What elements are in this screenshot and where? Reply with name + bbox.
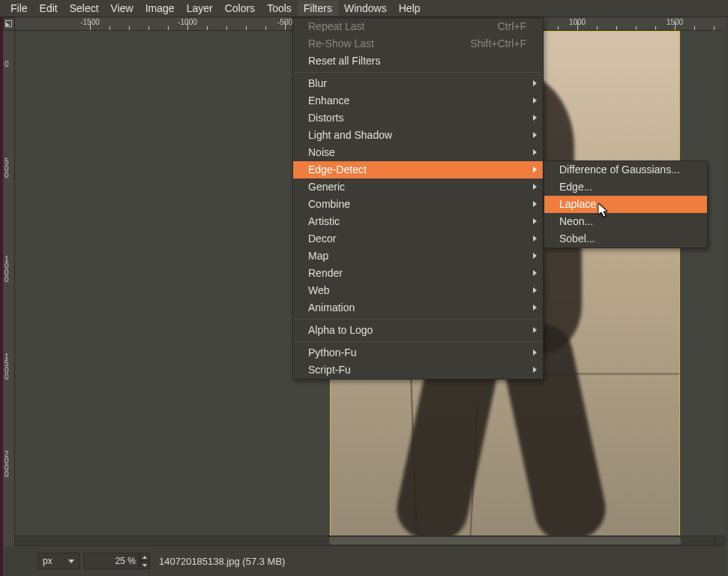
menu-item-label: Artistic <box>308 215 340 227</box>
zoom-input[interactable]: 25 % <box>84 553 139 569</box>
chevron-right-icon <box>533 80 537 86</box>
ruler-v-label: 0 <box>4 61 9 68</box>
menu-separator <box>294 319 542 320</box>
menu-item-label: Generic <box>308 181 345 193</box>
menu-item-noise[interactable]: Noise <box>293 144 543 161</box>
hscroll-right-button[interactable] <box>704 536 715 545</box>
menu-item-generic[interactable]: Generic <box>293 178 543 196</box>
menu-item-label: Light and Shadow <box>308 129 392 141</box>
menu-item-label: Reset all Filters <box>308 55 380 67</box>
chevron-right-icon <box>533 115 537 121</box>
menu-item-label: Distorts <box>308 112 343 124</box>
menu-item-repeat-last: Repeat LastCtrl+F <box>293 18 543 35</box>
menu-item-distorts[interactable]: Distorts <box>293 110 543 127</box>
canvas-nav-button[interactable] <box>715 536 725 546</box>
menu-windows[interactable]: Windows <box>338 1 393 16</box>
ruler-origin-corner[interactable] <box>3 17 15 31</box>
unit-selector[interactable]: px <box>37 553 79 569</box>
filters-menu[interactable]: Repeat LastCtrl+FRe-Show LastShift+Ctrl+… <box>292 17 544 380</box>
menu-item-combine[interactable]: Combine <box>293 196 543 213</box>
chevron-right-icon <box>533 350 537 356</box>
edge-detect-submenu[interactable]: Difference of Gaussians...Edge...Laplace… <box>544 160 708 248</box>
menu-item-sobel[interactable]: Sobel... <box>544 230 707 248</box>
menu-item-map[interactable]: Map <box>293 248 543 265</box>
menu-file[interactable]: File <box>4 1 34 16</box>
chevron-right-icon <box>533 218 537 224</box>
chevron-right-icon <box>533 184 537 190</box>
menu-item-label: Edge-Detect <box>308 164 367 176</box>
menu-item-edge[interactable]: Edge... <box>544 178 707 196</box>
hscroll-thumb[interactable] <box>329 537 681 544</box>
ruler-v-label: 500 <box>4 158 9 178</box>
menu-item-label: Neon... <box>559 215 593 227</box>
menu-item-light-and-shadow[interactable]: Light and Shadow <box>293 127 543 144</box>
chevron-right-icon <box>533 253 537 259</box>
menu-item-alpha-to-logo[interactable]: Alpha to Logo <box>293 322 543 339</box>
menu-item-edge-detect[interactable]: Edge-Detect <box>293 161 543 178</box>
menu-separator <box>294 72 542 73</box>
menu-separator <box>294 341 542 342</box>
menu-item-laplace[interactable]: Laplace <box>544 196 707 213</box>
chevron-right-icon <box>533 166 537 172</box>
menu-item-reset-all-filters[interactable]: Reset all Filters <box>293 52 543 70</box>
menu-edit[interactable]: Edit <box>34 1 64 16</box>
ruler-vertical[interactable]: 0500100015002000 <box>3 31 15 546</box>
menu-item-label: Animation <box>308 302 355 314</box>
chevron-right-icon <box>533 287 537 293</box>
menu-item-label: Decor <box>308 232 336 244</box>
ruler-v-label: 1000 <box>4 256 9 283</box>
menu-item-artistic[interactable]: Artistic <box>293 213 543 230</box>
menu-item-label: Enhance <box>308 94 349 106</box>
ruler-v-label: 1500 <box>4 353 9 380</box>
menu-item-label: Render <box>308 267 343 279</box>
chevron-right-icon <box>533 270 537 276</box>
ruler-v-label: 2000 <box>4 451 9 478</box>
menu-item-label: Alpha to Logo <box>308 324 373 336</box>
menu-image[interactable]: Image <box>139 1 181 16</box>
menu-item-decor[interactable]: Decor <box>293 230 543 248</box>
zoom-spin[interactable] <box>139 553 150 569</box>
chevron-right-icon <box>533 132 537 138</box>
menu-item-blur[interactable]: Blur <box>293 75 543 92</box>
menu-item-label: Python-Fu <box>308 346 357 358</box>
menu-item-label: Blur <box>308 77 327 89</box>
hscrollbar[interactable] <box>15 536 715 546</box>
zoom-down-button[interactable] <box>139 561 150 569</box>
status-filename: 140720185138.jpg (57.3 MB) <box>159 556 285 567</box>
menu-item-render[interactable]: Render <box>293 265 543 282</box>
menu-item-enhance[interactable]: Enhance <box>293 92 543 110</box>
menu-item-re-show-last: Re-Show LastShift+Ctrl+F <box>293 35 543 52</box>
unit-value: px <box>43 556 52 566</box>
chevron-right-icon <box>533 327 537 333</box>
menu-tools[interactable]: Tools <box>261 1 298 16</box>
menu-select[interactable]: Select <box>64 1 105 16</box>
menu-item-difference-of-gaussians[interactable]: Difference of Gaussians... <box>544 161 707 178</box>
menu-item-label: Edge... <box>559 181 592 193</box>
hscroll-left-button[interactable] <box>15 536 25 545</box>
menu-filters[interactable]: Filters <box>298 1 338 16</box>
menu-bar: FileEditSelectViewImageLayerColorsToolsF… <box>0 0 728 17</box>
menu-layer[interactable]: Layer <box>181 1 219 16</box>
menu-item-label: Difference of Gaussians... <box>559 164 680 176</box>
chevron-right-icon <box>533 98 537 104</box>
menu-item-accel: Ctrl+F <box>498 18 527 35</box>
menu-item-animation[interactable]: Animation <box>293 299 543 316</box>
menu-item-web[interactable]: Web <box>293 282 543 299</box>
menu-colors[interactable]: Colors <box>219 1 261 16</box>
menu-item-label: Sobel... <box>559 232 595 244</box>
menu-item-label: Combine <box>308 198 350 210</box>
menu-item-python-fu[interactable]: Python-Fu <box>293 344 543 362</box>
chevron-down-icon <box>68 560 74 563</box>
menu-item-label: Repeat Last <box>308 20 365 32</box>
zoom-up-button[interactable] <box>139 553 150 561</box>
menu-item-label: Laplace <box>559 198 596 210</box>
menu-view[interactable]: View <box>105 1 139 16</box>
menu-help[interactable]: Help <box>393 1 427 16</box>
menu-item-label: Web <box>308 284 330 296</box>
chevron-right-icon <box>533 201 537 207</box>
menu-item-accel: Shift+Ctrl+F <box>470 35 526 52</box>
chevron-right-icon <box>533 367 537 373</box>
menu-item-neon[interactable]: Neon... <box>544 213 707 230</box>
menu-item-script-fu[interactable]: Script-Fu <box>293 362 543 379</box>
chevron-right-icon <box>533 236 537 242</box>
